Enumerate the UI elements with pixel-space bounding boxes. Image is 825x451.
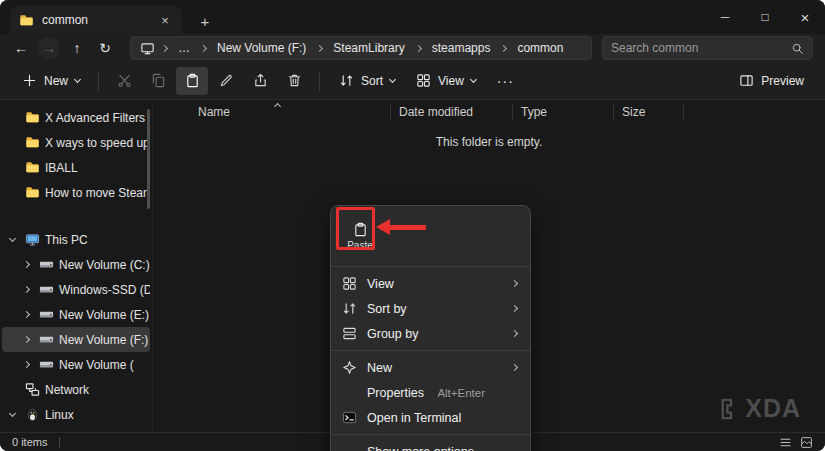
breadcrumb-separator-icon	[200, 44, 207, 51]
sidebar-scrollbar[interactable]	[147, 109, 150, 209]
network-icon	[24, 382, 40, 397]
view-button[interactable]: View	[406, 67, 485, 95]
xda-watermark-text: XDA	[745, 394, 801, 423]
breadcrumb-overflow-button[interactable]: …	[174, 40, 194, 56]
search-input[interactable]	[611, 41, 791, 55]
new-tab-button[interactable]: +	[196, 12, 214, 30]
forward-button[interactable]: →	[38, 37, 60, 59]
location-device-icon[interactable]	[139, 41, 155, 56]
menu-item-view[interactable]: View	[331, 271, 530, 296]
sidebar-item[interactable]: New Volume (C:)	[2, 252, 150, 277]
delete-button[interactable]	[278, 67, 310, 95]
refresh-button[interactable]: ↻	[92, 36, 118, 60]
sidebar-item-label: X Advanced Filters I Use	[45, 111, 150, 125]
rename-button[interactable]	[210, 67, 242, 95]
column-divider	[683, 105, 691, 119]
search-box[interactable]	[602, 36, 813, 60]
sidebar-item[interactable]: New Volume (	[2, 352, 150, 377]
menu-item-label: New	[367, 361, 499, 375]
menu-item-new[interactable]: New	[331, 355, 530, 380]
file-explorer-window: common × + ─ □ × ← → ↑ ↻ …New Volume (F:…	[0, 0, 825, 451]
column-header-date-modified[interactable]: Date modified	[390, 105, 512, 119]
chevron-right-icon[interactable]	[20, 337, 33, 342]
more-options-button[interactable]: ···	[487, 73, 524, 89]
annotation-arrow	[389, 225, 426, 230]
menu-item-open-in-terminal[interactable]: Open in Terminal	[331, 405, 530, 430]
cut-button[interactable]	[108, 67, 140, 95]
menu-item-label: Group by	[367, 327, 499, 341]
maximize-button[interactable]: □	[745, 0, 785, 34]
sidebar-item-label: This PC	[45, 233, 88, 247]
sidebar-item[interactable]: X Advanced Filters I Use	[2, 105, 150, 130]
address-bar[interactable]: …New Volume (F:)SteamLibrarysteamappscom…	[130, 36, 592, 60]
list-view-toggle[interactable]	[779, 436, 792, 449]
column-header-size[interactable]: Size	[613, 105, 683, 119]
column-header-type[interactable]: Type	[512, 105, 613, 119]
terminal-icon	[341, 410, 358, 425]
preview-button[interactable]: Preview	[729, 67, 813, 95]
empty-folder-message: This folder is empty.	[153, 135, 825, 149]
folder-icon	[18, 13, 34, 28]
sidebar-item[interactable]: Linux	[2, 402, 150, 427]
sidebar-item[interactable]: New Volume (E:)	[2, 302, 150, 327]
statusbar-divider	[59, 437, 60, 448]
toolbar-divider	[98, 71, 99, 91]
share-button[interactable]	[244, 67, 276, 95]
sidebar-item-label: New Volume (F:)	[59, 333, 148, 347]
chevron-right-icon[interactable]	[20, 287, 33, 292]
chevron-down-icon	[470, 76, 477, 83]
sidebar-item[interactable]: Network	[2, 377, 150, 402]
chevron-right-icon[interactable]	[20, 312, 33, 317]
breadcrumb-item[interactable]: New Volume (F:)	[213, 40, 310, 56]
sidebar-item[interactable]: This PC	[2, 227, 150, 252]
submenu-arrow-icon	[508, 281, 520, 286]
tab-title: common	[42, 13, 148, 27]
menu-item-show-more-options[interactable]: Show more options	[331, 439, 530, 451]
menu-item-group-by[interactable]: Group by	[331, 321, 530, 346]
column-header-name[interactable]: Name	[153, 105, 390, 119]
up-button[interactable]: ↑	[64, 36, 90, 60]
breadcrumb-item[interactable]: SteamLibrary	[329, 40, 408, 56]
back-button[interactable]: ←	[8, 36, 34, 60]
menu-item-properties[interactable]: PropertiesAlt+Enter	[331, 380, 530, 405]
sidebar-item-label: How to move Steam gan	[45, 186, 150, 200]
breadcrumb-item[interactable]: common	[513, 40, 567, 56]
sort-arrows-icon	[341, 301, 358, 316]
chevron-down-icon[interactable]	[6, 238, 19, 241]
copy-button[interactable]	[142, 67, 174, 95]
sidebar-item[interactable]: Windows-SSD (D:)	[2, 277, 150, 302]
submenu-arrow-icon	[508, 365, 520, 370]
sidebar-item-label: Windows-SSD (D:)	[59, 283, 150, 297]
view-button-label: View	[438, 74, 464, 88]
chevron-right-icon[interactable]	[20, 362, 33, 367]
drive-icon	[38, 257, 54, 272]
xda-watermark: XDA	[720, 394, 801, 423]
search-icon	[791, 41, 804, 56]
sort-button[interactable]: Sort	[329, 67, 404, 95]
sidebar-item[interactable]: X ways to speed up slow	[2, 130, 150, 155]
chevron-down-icon	[74, 76, 81, 83]
sidebar-item[interactable]: New Volume (F:)	[2, 327, 150, 352]
new-button-label: New	[44, 74, 68, 88]
breadcrumb-item[interactable]: steamapps	[428, 40, 495, 56]
minimize-button[interactable]: ─	[705, 0, 745, 34]
tab-close-icon[interactable]: ×	[156, 11, 174, 29]
folder-icon	[24, 110, 40, 125]
sidebar-item[interactable]: IBALL	[2, 155, 150, 180]
menu-item-sort-by[interactable]: Sort by	[331, 296, 530, 321]
plus-icon	[21, 73, 37, 88]
chevron-right-icon[interactable]	[20, 262, 33, 267]
annotation-arrowhead	[376, 219, 390, 235]
preview-button-label: Preview	[761, 74, 804, 88]
new-button[interactable]: New	[12, 67, 89, 95]
close-button[interactable]: ×	[785, 0, 825, 34]
preview-pane-icon	[738, 73, 754, 88]
tab-common[interactable]: common ×	[10, 6, 182, 34]
sidebar-item-label: Network	[45, 383, 89, 397]
sidebar-item[interactable]: How to move Steam gan	[2, 180, 150, 205]
sidebar-item-label: New Volume (E:)	[59, 308, 149, 322]
paste-button[interactable]	[176, 67, 208, 95]
chevron-down-icon[interactable]	[6, 413, 19, 416]
new-sparkle-icon	[341, 360, 358, 375]
thumbnail-view-toggle[interactable]	[800, 436, 813, 449]
